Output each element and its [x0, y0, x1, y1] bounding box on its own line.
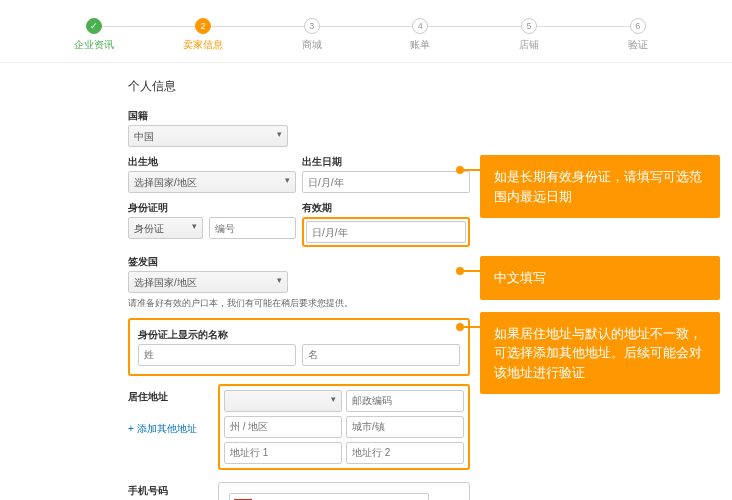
id-type-select[interactable]: 身份证 [128, 217, 203, 239]
step-circle: ✓ [86, 18, 102, 34]
step-circle: 4 [412, 18, 428, 34]
addr-country-select[interactable] [224, 390, 342, 412]
expiry-input[interactable] [306, 221, 466, 243]
city-input[interactable] [346, 416, 464, 438]
step-circle: 6 [630, 18, 646, 34]
addr2-input[interactable] [346, 442, 464, 464]
progress-steps: ✓企业资讯2卖家信息3商城4账单5店铺6验证 [0, 0, 732, 63]
step-商城[interactable]: 3商城 [257, 18, 366, 52]
step-label: 商城 [302, 38, 322, 52]
callout-name: 中文填写 [480, 256, 720, 300]
phone-label: 手机号码 [128, 484, 208, 498]
step-circle: 2 [195, 18, 211, 34]
zip-input[interactable] [346, 390, 464, 412]
step-label: 验证 [628, 38, 648, 52]
birthplace-label: 出生地 [128, 155, 296, 169]
name-label: 身份证上显示的名称 [138, 328, 460, 342]
nationality-label: 国籍 [128, 109, 470, 123]
phone-number-input[interactable] [264, 494, 428, 500]
birthdate-label: 出生日期 [302, 155, 470, 169]
step-label: 卖家信息 [183, 38, 223, 52]
id-number-input[interactable] [209, 217, 296, 239]
page-title: 个人信息 [128, 78, 470, 95]
given-name-input[interactable] [302, 344, 460, 366]
addr1-input[interactable] [224, 442, 342, 464]
step-circle: 5 [521, 18, 537, 34]
step-circle: 3 [304, 18, 320, 34]
id-label: 身份证明 [128, 201, 296, 215]
issue-label: 签发国 [128, 255, 470, 269]
step-label: 企业资讯 [74, 38, 114, 52]
surname-input[interactable] [138, 344, 296, 366]
step-企业资讯[interactable]: ✓企业资讯 [40, 18, 149, 52]
nationality-select[interactable]: 中国 [128, 125, 288, 147]
birthdate-input[interactable] [302, 171, 470, 193]
expiry-label: 有效期 [302, 201, 470, 215]
step-label: 店铺 [519, 38, 539, 52]
step-卖家信息[interactable]: 2卖家信息 [149, 18, 258, 52]
add-address-link[interactable]: + 添加其他地址 [128, 422, 208, 436]
address-label: 居住地址 [128, 390, 208, 404]
step-label: 账单 [410, 38, 430, 52]
callout-address: 如果居住地址与默认的地址不一致，可选择添加其他地址。后续可能会对该地址进行验证 [480, 312, 720, 395]
step-店铺[interactable]: 5店铺 [475, 18, 584, 52]
callout-expiry: 如是长期有效身份证，请填写可选范围内最远日期 [480, 155, 720, 218]
issue-country-select[interactable]: 选择国家/地区 [128, 271, 288, 293]
region-input[interactable] [224, 416, 342, 438]
phone-input-group[interactable]: ▾ [229, 493, 429, 500]
birthplace-select[interactable]: 选择国家/地区 [128, 171, 296, 193]
step-验证[interactable]: 6验证 [583, 18, 692, 52]
step-账单[interactable]: 4账单 [366, 18, 475, 52]
passport-note: 请准备好有效的户口本，我们有可能在稍后要求您提供。 [128, 297, 470, 310]
